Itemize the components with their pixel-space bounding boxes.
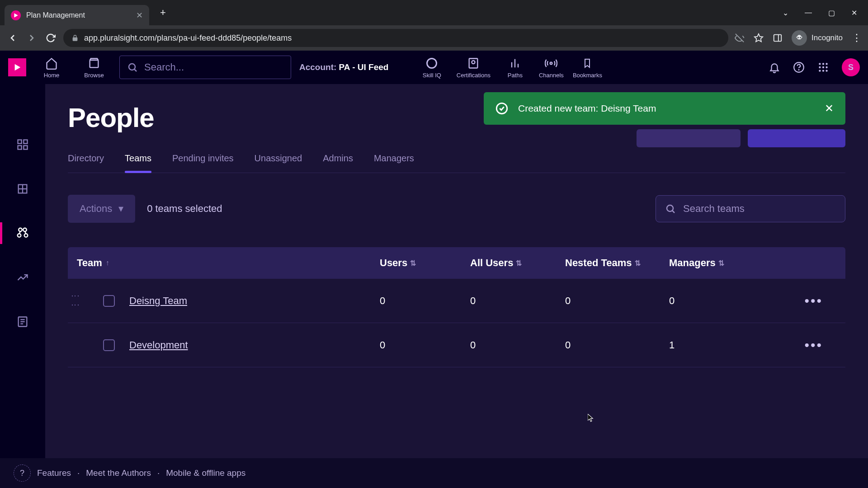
col-managers[interactable]: Managers⇅ [669,257,778,269]
tab-teams[interactable]: Teams [125,153,151,173]
nav-home[interactable]: Home [34,56,69,79]
col-users[interactable]: Users⇅ [380,257,470,269]
caret-down-icon: ▾ [118,203,123,215]
row-more-icon[interactable]: ••• [804,293,823,308]
selection-count: 0 teams selected [147,203,222,215]
team-link[interactable]: Development [129,339,188,351]
svg-marker-5 [15,64,21,70]
svg-marker-0 [14,13,18,18]
maximize-icon[interactable]: ▢ [828,9,835,17]
help-icon[interactable] [793,61,805,73]
tab-close-icon[interactable]: ✕ [136,10,143,20]
col-all-users[interactable]: All Users⇅ [470,257,565,269]
svg-point-21 [819,70,821,71]
svg-point-12 [550,62,552,64]
col-team[interactable]: Team↑ [77,257,380,269]
global-search-input[interactable]: Search... [119,56,291,79]
secondary-action-button[interactable] [637,129,741,147]
tab-directory[interactable]: Directory [68,153,104,173]
kebab-menu-icon[interactable]: ⋮ [852,32,862,44]
actions-dropdown[interactable]: Actions ▾ [68,195,135,223]
close-window-icon[interactable]: ✕ [851,9,857,17]
cell-nested: 0 [565,339,669,351]
bookmarks-icon [582,56,593,70]
svg-rect-26 [18,145,22,149]
svg-point-32 [23,228,27,232]
nav-skill-iq[interactable]: Skill IQ [415,56,449,79]
row-checkbox[interactable] [103,295,115,307]
tab-pending-invites[interactable]: Pending invites [172,153,234,173]
eye-off-icon[interactable] [735,33,745,43]
rail-logs[interactable] [0,311,45,333]
url-field[interactable]: app.pluralsight.com/plans/pa-ui-feed-ddd… [63,29,728,47]
svg-rect-24 [18,140,22,144]
pluralsight-favicon [11,10,21,20]
rail-people[interactable] [0,222,45,244]
footer-link-features[interactable]: Features [37,468,71,478]
panel-icon[interactable] [773,33,783,43]
rail-dashboard[interactable] [0,134,45,155]
svg-point-23 [826,70,827,71]
drag-handle-icon[interactable]: ⋮⋮ [71,292,80,310]
svg-point-17 [826,63,827,65]
toast-close-icon[interactable]: ✕ [825,102,834,115]
back-button[interactable] [6,32,19,44]
svg-point-14 [798,70,799,70]
svg-marker-44 [588,414,593,422]
table-row: Development0001••• [68,323,845,367]
user-avatar[interactable]: S [842,58,860,76]
nav-certifications[interactable]: Certifications [451,56,496,79]
nav-channels[interactable]: Channels [534,56,568,79]
forward-button[interactable] [25,32,38,44]
browser-tab-strip: Plan Management ✕ + ⌄ — ▢ ✕ [0,0,868,25]
browser-tab[interactable]: Plan Management ✕ [5,5,149,25]
cell-nested: 0 [565,295,669,307]
team-link[interactable]: Deisng Team [129,295,187,307]
incognito-badge[interactable]: Incognito [792,30,843,46]
home-icon [45,56,58,70]
search-icon [665,203,676,214]
tab-managers[interactable]: Managers [374,153,414,173]
app-top-nav: Home Browse Search... Account: PA - UI F… [0,51,868,84]
mouse-cursor [588,414,596,422]
tab-unassigned[interactable]: Unassigned [255,153,302,173]
row-more-icon[interactable]: ••• [804,338,823,352]
cell-managers: 1 [669,339,778,351]
rail-analytics[interactable] [0,267,45,288]
footer: ? Features · Meet the Authors · Mobile &… [0,458,868,488]
tab-admins[interactable]: Admins [323,153,353,173]
bell-icon[interactable] [769,61,780,73]
chevron-down-icon[interactable]: ⌄ [783,9,788,17]
account-label: Account: PA - UI Feed [299,62,388,72]
star-icon[interactable] [754,33,764,43]
nav-bookmarks[interactable]: Bookmarks [570,56,604,79]
svg-point-42 [667,205,673,211]
row-checkbox[interactable] [103,339,115,351]
pluralsight-logo[interactable] [8,58,26,76]
reload-button[interactable] [44,32,57,44]
svg-rect-25 [24,140,27,144]
cell-users: 0 [380,295,470,307]
svg-point-33 [18,234,21,237]
minimize-icon[interactable]: — [805,9,812,17]
team-search-placeholder: Search teams [683,203,745,215]
nav-browse[interactable]: Browse [77,56,111,79]
rail-plans[interactable] [0,178,45,200]
col-nested-teams[interactable]: Nested Teams⇅ [565,257,669,269]
incognito-label: Incognito [811,33,843,42]
main-content: Created new team: Deisng Team ✕ People D… [45,84,868,488]
grid-apps-icon[interactable] [817,61,829,73]
window-controls: ⌄ — ▢ ✕ [783,9,868,17]
nav-paths[interactable]: Paths [498,56,532,79]
primary-action-button[interactable] [748,129,845,147]
footer-link-mobile[interactable]: Mobile & offline apps [166,468,245,478]
svg-point-16 [822,63,824,65]
table-row: ⋮⋮Deisng Team0000••• [68,279,845,323]
teams-table: Team↑ Users⇅ All Users⇅ Nested Teams⇅ Ma… [68,247,845,367]
help-bubble-icon[interactable]: ? [14,465,31,482]
footer-link-authors[interactable]: Meet the Authors [86,468,151,478]
svg-point-20 [826,66,827,68]
skill-iq-icon [425,56,438,70]
team-search-input[interactable]: Search teams [656,195,845,222]
new-tab-button[interactable]: + [160,7,166,19]
